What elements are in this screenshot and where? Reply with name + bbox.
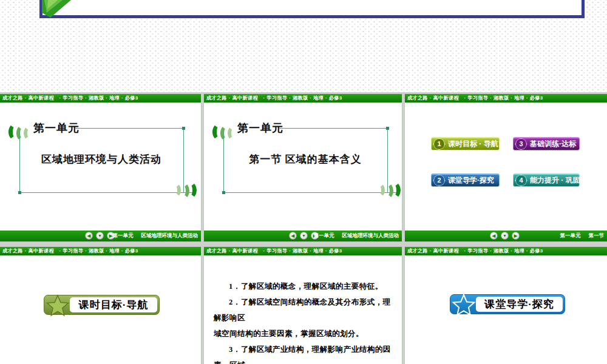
slide-footer-bar: ◀ ▼ ▶ 第一单元 第一节	[405, 231, 607, 241]
title-box-line	[279, 128, 387, 129]
star-icon	[46, 294, 70, 320]
footer-book-title: 区域地理环境与人类活动	[342, 232, 399, 240]
goals-line: 域空间结构的主要因素，掌握区域的划分。	[214, 326, 396, 342]
slide-title: 第一节 区域的基本含义	[223, 152, 387, 166]
slide-title: 区域地理环境与人类活动	[19, 152, 183, 166]
menu-number-badge: 1	[434, 139, 444, 149]
menu-number-badge: 4	[516, 175, 526, 186]
goals-text-block: 1．了解区域的概念，理解区域的主要特征。 2．了解区域空间结构的概念及其分布形式…	[214, 278, 396, 364]
title-box-corner-dot	[222, 191, 225, 194]
slide-header-bar: 成才之路 · 高中新课程 · 学习指导 · 湘教版 · 地理 · 必修3	[204, 247, 402, 255]
menu-button-improve[interactable]: 4 能力提升 · 巩固	[513, 174, 580, 187]
title-box-line	[19, 192, 193, 193]
title-box-line	[223, 192, 397, 193]
slide-footer-bar: ◀ ▼ ▶ 第一单元 区域地理环境与人类活动	[0, 231, 201, 241]
slide-header-bar: 成才之路 · 高中新课程 · 学习指导 · 湘教版 · 地理 · 必修3	[204, 94, 402, 103]
title-box-corner-dot	[18, 191, 21, 194]
unit-label: 第一单元	[33, 121, 80, 135]
goal-banner-button[interactable]: 课时目标·导航	[44, 295, 160, 315]
title-box-line	[75, 128, 183, 129]
menu-number-badge: 3	[516, 139, 526, 149]
slide-thumbnail-goal-header[interactable]: 成才之路 · 高中新课程 · 学习指导 · 湘教版 · 地理 · 必修3 课时目…	[0, 247, 201, 364]
menu-button-training[interactable]: 3 基础训练·达标	[513, 137, 580, 150]
explore-banner-label: 课堂导学·探究	[476, 297, 563, 312]
nav-down-icon[interactable]: ▼	[501, 232, 509, 240]
star-outline-icon	[452, 293, 476, 320]
slide-thumbnail-section-cover[interactable]: 成才之路 · 高中新课程 · 学习指导 · 湘教版 · 地理 · 必修3 第一单…	[204, 94, 402, 241]
footer-book-title: 区域地理环境与人类活动	[141, 232, 198, 240]
slide-thumbnail-unit-cover[interactable]: 成才之路 · 高中新课程 · 学习指导 · 湘教版 · 地理 · 必修3 第一单…	[0, 94, 201, 241]
footer-unit: 第一单元	[560, 232, 581, 240]
menu-button-label: 基础训练·达标	[530, 139, 576, 149]
menu-button-label: 课时目标 · 导航	[448, 139, 498, 149]
goals-line: 2．了解区域空间结构的概念及其分布形式，理解影响区	[214, 294, 396, 326]
slide-blue-frame	[39, 0, 585, 18]
chevron-right-icon	[185, 182, 197, 198]
menu-button-label: 课堂导学·探究	[448, 175, 494, 186]
nav-prev-icon[interactable]: ◀	[289, 232, 297, 240]
slide-thumbnail-menu[interactable]: 成才之路 · 高中新课程 · 学习指导 · 湘教版 · 地理 · 必修3 1 课…	[405, 94, 607, 241]
slide-thumbnail-goals-text[interactable]: 成才之路 · 高中新课程 · 学习指导 · 湘教版 · 地理 · 必修3 1．了…	[204, 247, 402, 364]
explore-banner-button[interactable]: 课堂导学·探究	[450, 294, 565, 314]
nav-down-icon[interactable]: ▼	[300, 232, 308, 240]
slide-footer-bar: ◀ ▼ ▶ 第一单元 区域地理环境与人类活动	[204, 231, 402, 241]
unit-label: 第一单元	[237, 121, 283, 135]
menu-button-goal[interactable]: 1 课时目标 · 导航	[431, 137, 500, 150]
title-box-corner-dot	[386, 127, 389, 130]
slide-header-bar: 成才之路 · 高中新课程 · 学习指导 · 湘教版 · 地理 · 必修3	[0, 247, 201, 255]
nav-down-icon[interactable]: ▼	[96, 232, 104, 240]
goals-line: 1．了解区域的概念，理解区域的主要特征。	[214, 278, 396, 294]
slide-header-bar: 成才之路 · 高中新课程 · 学习指导 · 湘教版 · 地理 · 必修3	[405, 247, 607, 255]
slide-header-bar: 成才之路 · 高中新课程 · 学习指导 · 湘教版 · 地理 · 必修3	[405, 94, 607, 103]
menu-number-badge: 2	[434, 175, 444, 186]
footer-unit: 第一单元	[314, 232, 334, 240]
chevron-left-icon	[24, 126, 34, 140]
chevron-right-icon	[388, 182, 401, 198]
menu-button-explore[interactable]: 2 课堂导学·探究	[431, 174, 500, 187]
nav-prev-icon[interactable]: ◀	[490, 232, 498, 240]
slide-header-bar: 成才之路 · 高中新课程 · 学习指导 · 湘教版 · 地理 · 必修3	[0, 94, 201, 103]
footer-unit: 第一单元	[113, 232, 134, 240]
chevron-left-icon	[228, 126, 238, 140]
goal-banner-label: 课时目标·导航	[70, 297, 157, 312]
goals-line: 3．了解区域产业结构，理解影响产业结构的因素、区域	[214, 342, 396, 364]
nav-next-icon[interactable]: ▶	[512, 232, 520, 240]
leaf-corner-icon	[42, 0, 71, 20]
slide-thumbnail-explore-header[interactable]: 成才之路 · 高中新课程 · 学习指导 · 湘教版 · 地理 · 必修3 课堂导…	[405, 247, 607, 364]
footer-section: 第一节	[589, 232, 605, 240]
nav-prev-icon[interactable]: ◀	[85, 232, 93, 240]
title-box-corner-dot	[182, 127, 185, 130]
menu-button-label: 能力提升 · 巩固	[530, 175, 580, 186]
large-slide-preview	[0, 0, 607, 92]
